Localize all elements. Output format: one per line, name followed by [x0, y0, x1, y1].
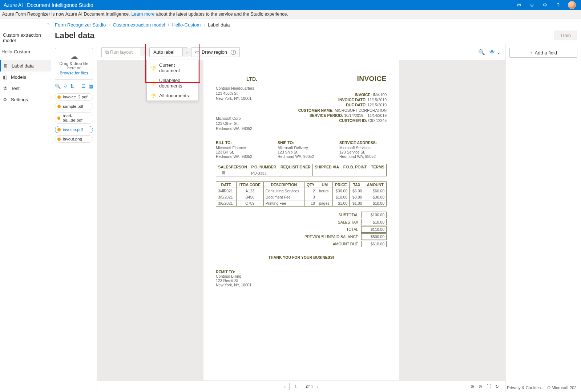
- browse-files-link[interactable]: Browse for files: [57, 71, 90, 75]
- address-columns: BILL TO:Microsoft Finance123 Bill St,Red…: [216, 140, 387, 159]
- file-item[interactable]: invoice_2.pdf: [55, 93, 93, 101]
- nav-models[interactable]: ◧ Models: [0, 72, 51, 83]
- crumb-2[interactable]: Custom extraction model: [113, 22, 165, 28]
- file-list: invoice_2.pdf sample.pdf read-ba...de.pd…: [55, 93, 93, 143]
- file-item[interactable]: sample.pdf: [55, 103, 93, 110]
- copyright: © Microsoft 202: [547, 385, 577, 391]
- footer: Privacy & Cookies © Microsoft 202: [51, 385, 581, 392]
- totals-block: SUBTOTAL$100.00 SALES TAX$10.00 TOTAL$11…: [216, 212, 387, 247]
- search-icon[interactable]: 🔍: [55, 83, 61, 89]
- nav-label: Test: [11, 86, 20, 91]
- document-page: INVOICE LTD. Contoso Headquarters 123 45…: [203, 60, 399, 380]
- cube-icon: ◧: [3, 74, 8, 80]
- app-header: Azure AI | Document Intelligence Studio …: [0, 0, 581, 10]
- page-title: Label data: [55, 31, 94, 40]
- cloud-upload-icon: ☁: [57, 52, 90, 61]
- draw-region-button[interactable]: ▭ Draw region i: [191, 47, 240, 57]
- draw-region-icon: ▭: [195, 49, 199, 55]
- chevron-down-icon[interactable]: ⌄: [141, 48, 149, 56]
- search-icon[interactable]: 🔍: [478, 49, 485, 56]
- filter-icon[interactable]: ▽: [64, 83, 67, 89]
- chevron-down-icon[interactable]: ⌄: [182, 48, 191, 56]
- wand-icon: ✨: [149, 92, 157, 100]
- avatar[interactable]: [568, 1, 576, 9]
- canvas-area: ⧉Run layout ⌄ Auto label ⌄ ▭ Draw region…: [97, 44, 505, 392]
- layout-icon: ⧉: [105, 49, 109, 55]
- document-icon: 🗎: [4, 63, 9, 69]
- info-icon[interactable]: i: [231, 50, 236, 55]
- status-dot-icon: [57, 117, 60, 120]
- draw-region-label: Draw region: [202, 49, 227, 55]
- dropdown-all-docs[interactable]: ✨All documents: [147, 91, 198, 101]
- sort-icon[interactable]: ⇅: [70, 83, 74, 89]
- flask-icon: ⚗: [3, 86, 8, 91]
- grid-view-icon[interactable]: ▦: [89, 83, 93, 89]
- nav-label: Settings: [11, 97, 28, 102]
- auto-label-dropdown: ✨Current document ✨Unlabeled documents ✨…: [146, 60, 198, 101]
- crumb-1[interactable]: Form Recognizer Studio: [55, 22, 106, 28]
- nav-settings[interactable]: ⚙ Settings: [0, 94, 51, 105]
- file-toolbar: 🔍 ▽ ⇅ ☰ ▦: [55, 83, 93, 90]
- wand-icon: ✨: [149, 79, 157, 87]
- collapse-sidebar-icon[interactable]: «: [47, 21, 49, 26]
- nav-label: Label data: [12, 63, 34, 69]
- feedback-icon[interactable]: ☺: [529, 2, 535, 8]
- run-layout-button[interactable]: ⧉Run layout ⌄: [101, 47, 146, 57]
- header-actions: ✉ ☺ ⚙ ?: [516, 1, 578, 9]
- status-dot-icon: [57, 95, 61, 99]
- add-field-button[interactable]: + Add a field: [509, 48, 577, 58]
- file-item[interactable]: read-ba...de.pdf: [55, 112, 93, 124]
- chevron-right-icon: ›: [168, 23, 169, 27]
- auto-label-button[interactable]: Auto label ⌄: [149, 47, 187, 57]
- dropdown-label: Unlabeled documents: [159, 78, 194, 89]
- sidebar: « Custom extraction model Hello-Custom 🗎…: [0, 19, 51, 392]
- banner-post: about the latest updates to the service …: [156, 12, 288, 17]
- file-name: layout.png: [63, 137, 82, 141]
- train-button[interactable]: Train: [554, 30, 577, 40]
- fields-panel: + Add a field: [505, 44, 581, 392]
- gear-icon: ⚙: [3, 97, 8, 102]
- breadcrumb: Form Recognizer Studio › Custom extracti…: [51, 19, 581, 29]
- file-name: invoice.pdf: [63, 127, 83, 132]
- drop-text-1: Drag & drop file: [57, 61, 90, 66]
- banner-pre: Azure Form Recognizer is now Azure AI Do…: [2, 12, 130, 17]
- file-item-selected[interactable]: invoice.pdf: [55, 126, 93, 133]
- file-item[interactable]: layout.png: [55, 135, 93, 143]
- status-dot-icon: [57, 128, 61, 131]
- nav-label-data[interactable]: 🗎 Label data: [0, 60, 51, 72]
- nav-test[interactable]: ⚗ Test: [0, 83, 51, 94]
- dropdown-label: All documents: [159, 93, 189, 98]
- visibility-icon[interactable]: 👁 ⌄: [489, 49, 501, 56]
- drop-text-2: here or: [57, 66, 90, 70]
- banner-learn-more-link[interactable]: Learn more: [132, 12, 155, 17]
- table-handle-icon[interactable]: ▦: [222, 170, 226, 175]
- invoice-meta: INVOICE: INV-100 INVOICE DATE: 11/15/201…: [298, 92, 387, 123]
- dropdown-unlabeled-docs[interactable]: ✨Unlabeled documents: [147, 75, 198, 91]
- settings-icon[interactable]: ⚙: [542, 2, 548, 8]
- project-name: Hello-Custom: [0, 46, 51, 57]
- dropdown-current-doc[interactable]: ✨Current document: [147, 60, 198, 75]
- document-viewport[interactable]: INVOICE LTD. Contoso Headquarters 123 45…: [97, 60, 505, 380]
- drop-zone[interactable]: ☁ Drag & drop file here or Browse for fi…: [55, 48, 93, 80]
- help-icon[interactable]: ?: [555, 2, 561, 8]
- po-table: SALESPERSONP.O. NUMBERREQUISITIONERSHIPP…: [216, 164, 387, 176]
- table-handle-icon[interactable]: ▦: [222, 188, 226, 193]
- file-name: sample.pdf: [63, 104, 83, 109]
- nav-label: Models: [11, 74, 26, 80]
- privacy-link[interactable]: Privacy & Cookies: [507, 385, 541, 391]
- crumb-3[interactable]: Hello-Custom: [172, 22, 201, 28]
- hq-name: Contoso Headquarters: [216, 86, 387, 91]
- crumb-4: Label data: [208, 22, 230, 28]
- remit-block: REMIT TO: Contoso Billing 123 Remit St N…: [216, 270, 387, 287]
- invoice-heading: INVOICE: [357, 75, 387, 83]
- status-dot-icon: [57, 138, 61, 141]
- chevron-right-icon: ›: [109, 23, 110, 27]
- info-banner: Azure Form Recognizer is now Azure AI Do…: [0, 10, 581, 19]
- canvas-toolbar: ⧉Run layout ⌄ Auto label ⌄ ▭ Draw region…: [97, 44, 505, 60]
- wand-icon: ✨: [149, 64, 157, 72]
- file-name: read-ba...de.pdf: [62, 114, 90, 122]
- line-items-table: DATEITEM CODEDESCRIPTIONQTYUMPRICETAXAMO…: [216, 181, 387, 207]
- list-view-icon[interactable]: ☰: [81, 83, 86, 89]
- files-panel: ☁ Drag & drop file here or Browse for fi…: [51, 44, 97, 392]
- mail-icon[interactable]: ✉: [516, 2, 522, 8]
